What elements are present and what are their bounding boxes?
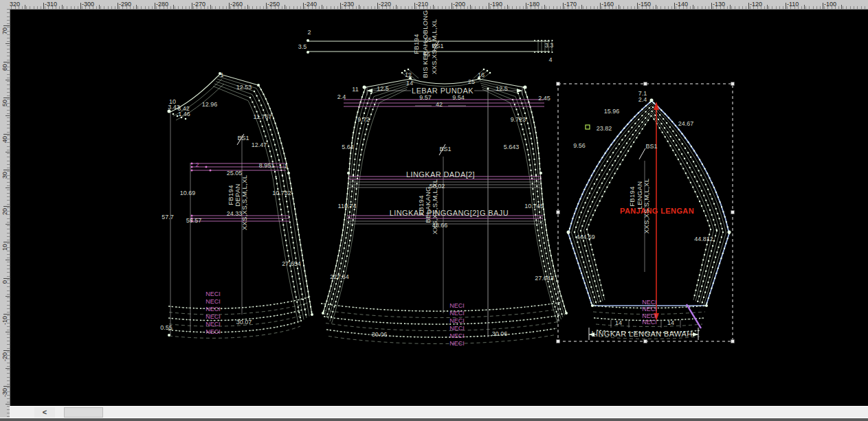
neci-label: NECI [642, 306, 657, 312]
drawing-canvas[interactable]: 23.53.3465BS165FB194BIS KERAH OBLONGXXS,… [0, 0, 868, 421]
measurement-label: 14 [667, 320, 674, 326]
piece-vertical-label: XXS,XS,S,M,L,XL [432, 179, 438, 235]
h-ruler-label: -280 [156, 0, 168, 8]
h-ruler-midtick [433, 5, 434, 9]
v-ruler-midtick [5, 43, 10, 44]
status-strip [0, 418, 868, 421]
v-ruler-midtick [5, 296, 10, 297]
measurement-label: 12.5 [377, 86, 389, 92]
h-ruler-tick [340, 3, 341, 9]
v-ruler-midtick [5, 115, 10, 116]
h-ruler-tick [786, 3, 786, 9]
measurement-label: 0.55 [160, 325, 173, 331]
v-ruler-label: 70 [1, 27, 9, 34]
v-ruler-label: 50 [1, 100, 9, 106]
measurement-label: 1.46 [178, 111, 190, 117]
grainline-label: BS1 [439, 146, 451, 152]
h-ruler-midtick [396, 5, 397, 9]
scrollbar-thumb[interactable] [64, 407, 103, 418]
v-ruler-midtick [5, 224, 10, 225]
pattern-cad-window: 23.53.3465BS165FB194BIS KERAH OBLONGXXS,… [0, 0, 868, 421]
h-ruler-label: -250 [267, 0, 280, 8]
h-ruler-label: -310 [45, 0, 57, 8]
measurement-label: 44.812 [694, 236, 713, 242]
v-ruler-label: -20 [1, 352, 9, 361]
neci-label: NECI [449, 310, 465, 317]
h-ruler-midtick [841, 5, 842, 9]
h-ruler-label: -290 [119, 0, 131, 8]
neci-label: NECI [205, 306, 221, 312]
measurement-label: 2.45 [538, 95, 550, 102]
h-ruler-tick [118, 3, 118, 9]
piece-vertical-label: FB194 [629, 186, 636, 207]
h-ruler-midtick [247, 5, 248, 9]
piece-vertical-label: BIS KERAH OBLONG [422, 10, 429, 78]
v-ruler-label: 40 [1, 136, 9, 143]
h-ruler-midtick [693, 5, 693, 9]
horizontal-scrollbar[interactable]: < [10, 406, 868, 418]
measurement-label: 8.951 [259, 163, 275, 169]
dimension-title-label: G BAJU [480, 209, 509, 217]
measurement-label: 30.06 [492, 331, 508, 337]
measurement-label: 227.64 [330, 274, 349, 280]
measurement-label: 10.745 [524, 203, 544, 209]
v-ruler-tick [3, 206, 10, 207]
h-ruler-midtick [25, 5, 25, 9]
grainline-label: BS1 [237, 135, 249, 141]
measurement-label: 3.5 [298, 44, 307, 50]
measurement-label: 24.33 [227, 211, 243, 217]
h-ruler-label: -200 [453, 0, 465, 8]
h-ruler-midtick [99, 5, 100, 9]
h-ruler-label: -270 [193, 0, 205, 8]
measurement-label: 12.47 [252, 142, 267, 148]
v-ruler-midtick [5, 332, 10, 332]
vertical-ruler[interactable]: 706050403020100-10-20-30 [0, 9, 10, 418]
h-ruler-midtick [285, 5, 285, 9]
h-ruler-tick [155, 3, 155, 9]
measurement-label: 10.732 [272, 190, 291, 196]
h-ruler-tick [303, 3, 304, 9]
neci-label: NECI [449, 326, 465, 332]
neci-label: NECI [449, 341, 465, 347]
measurement-label: 27.654 [282, 261, 301, 267]
h-ruler-midtick [656, 5, 656, 9]
h-ruler-tick [43, 3, 44, 9]
h-ruler-tick [489, 3, 489, 9]
h-ruler-label: -260 [230, 0, 243, 8]
measurement-label: 9.723 [511, 117, 526, 123]
v-ruler-tick [3, 134, 10, 135]
h-ruler-tick [711, 3, 712, 9]
neci-label: NECI [449, 333, 465, 339]
h-ruler-label: -140 [676, 0, 688, 8]
h-ruler-midtick [322, 5, 322, 9]
piece-vertical-label: XXS,XS,S,M,L,XL [643, 179, 650, 234]
dimension-title-label: LINGKAR LENGAN BAWAH [591, 330, 692, 338]
h-ruler-midtick [804, 5, 805, 9]
measurement-label: 11.767 [254, 114, 272, 120]
h-ruler-label: -110 [787, 0, 799, 8]
piece-vertical-label: XXS,XS,S,M,L,XL [241, 175, 248, 231]
neci-label: NECI [205, 329, 221, 335]
measurement-label: 9.57 [419, 95, 432, 101]
piece-vertical-label: FB194 [413, 34, 420, 54]
h-ruler-label: -230 [342, 0, 354, 8]
h-ruler-tick [600, 3, 601, 9]
h-ruler-tick [748, 3, 749, 9]
h-ruler-tick [80, 3, 81, 9]
v-ruler-midtick [5, 404, 10, 405]
h-ruler-midtick [730, 5, 731, 9]
measurement-label: 110.74 [338, 203, 357, 209]
h-ruler-label: -150 [638, 0, 651, 8]
h-ruler-midtick [544, 5, 545, 9]
h-ruler-midtick [767, 5, 768, 9]
measurement-label: 24.67 [678, 121, 694, 127]
measurement-label: 15.96 [604, 109, 620, 115]
scroll-left-button[interactable]: < [34, 407, 55, 418]
v-ruler-tick [3, 386, 10, 387]
measurement-label: 3.3 [545, 43, 554, 49]
v-ruler-label: 20 [1, 208, 9, 215]
v-ruler-midtick [5, 260, 10, 260]
v-ruler-tick [3, 62, 10, 62]
neci-label: NECI [449, 303, 465, 309]
horizontal-ruler[interactable]: -320-310-300-290-280-270-260-250-240-230… [0, 0, 868, 10]
